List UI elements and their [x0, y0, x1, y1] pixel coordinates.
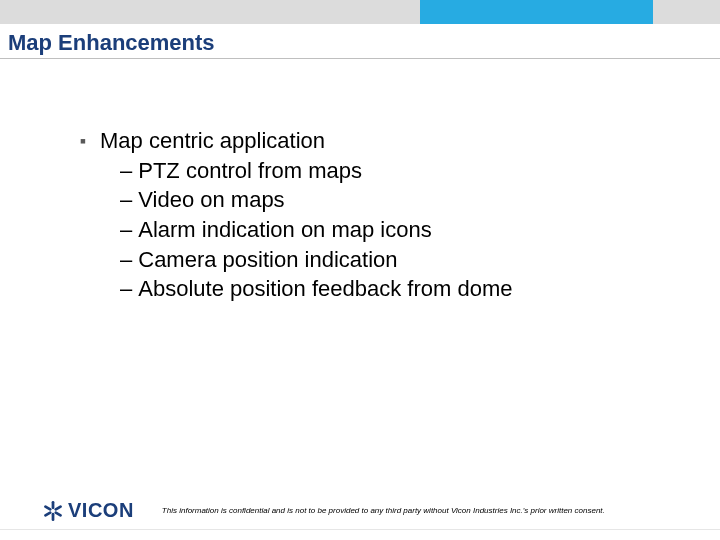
- slide-title: Map Enhancements: [8, 30, 215, 56]
- svg-rect-5: [54, 510, 63, 517]
- svg-rect-0: [52, 500, 55, 508]
- bullet-level2: –Absolute position feedback from dome: [78, 274, 638, 304]
- title-underline: [0, 58, 720, 59]
- square-bullet-icon: ▪: [78, 129, 88, 153]
- vicon-logo: VICON: [42, 499, 134, 522]
- bullet-level2: –Alarm indication on map icons: [78, 215, 638, 245]
- sub-text: Camera position indication: [138, 247, 397, 272]
- sub-text: Video on maps: [138, 187, 284, 212]
- bullet-level2: –PTZ control from maps: [78, 156, 638, 186]
- logo-text: VICON: [68, 499, 134, 522]
- dash-icon: –: [120, 217, 132, 242]
- sub-text: Alarm indication on map icons: [138, 217, 431, 242]
- disclaimer-text: This information is confidential and is …: [162, 506, 605, 515]
- dash-icon: –: [120, 187, 132, 212]
- bottom-rule: [0, 529, 720, 530]
- dash-icon: –: [120, 276, 132, 301]
- sub-text: Absolute position feedback from dome: [138, 276, 512, 301]
- bullet-level2: –Video on maps: [78, 185, 638, 215]
- slide-container: Map Enhancements ▪Map centric applicatio…: [0, 0, 720, 540]
- footer: VICON This information is confidential a…: [42, 499, 700, 522]
- body-content: ▪Map centric application –PTZ control fr…: [78, 126, 638, 304]
- topbar-accent: [420, 0, 653, 24]
- dash-icon: –: [120, 247, 132, 272]
- svg-rect-1: [52, 512, 55, 520]
- bullet-level1: ▪Map centric application: [78, 126, 638, 156]
- bullet-level2: –Camera position indication: [78, 245, 638, 275]
- svg-rect-3: [44, 510, 53, 517]
- sub-text: PTZ control from maps: [138, 158, 362, 183]
- bullet-text: Map centric application: [100, 128, 325, 153]
- svg-rect-2: [54, 504, 63, 511]
- svg-rect-4: [44, 504, 53, 511]
- dash-icon: –: [120, 158, 132, 183]
- asterisk-icon: [42, 500, 64, 522]
